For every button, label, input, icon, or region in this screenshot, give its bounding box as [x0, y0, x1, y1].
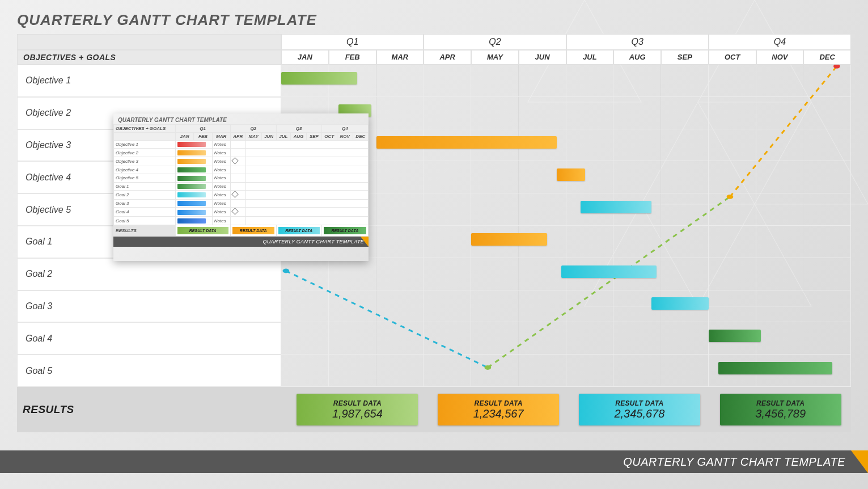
result-value: 3,456,789: [755, 407, 806, 420]
gantt-bar: [561, 265, 657, 278]
result-caption: RESULT DATA: [333, 399, 382, 407]
quarter-header-row: Q1 Q2 Q3 Q4: [17, 34, 851, 50]
month-mar: MAR: [376, 50, 424, 65]
row-label: Goal 2: [17, 258, 281, 290]
quarter-q3: Q3: [566, 34, 709, 50]
thumbnail-table: OBJECTIVES + GOALS Q1 Q2 Q3 Q4 JANFEBMAR…: [113, 124, 369, 237]
result-card: RESULT DATA1,234,567: [438, 394, 559, 425]
footer-bar: QUARTERLY GANTT CHART TEMPLATE: [0, 450, 868, 473]
gantt-bar: [581, 201, 652, 213]
gantt-bar: [471, 233, 547, 246]
thumbnail-title: QUARTERLY GANTT CHART TEMPLATE: [113, 113, 369, 124]
result-caption: RESULT DATA: [474, 399, 522, 407]
gantt-bar: [709, 330, 761, 342]
month-may: MAY: [471, 50, 519, 65]
result-value: 2,345,678: [614, 407, 664, 420]
row-label: Goal 4: [17, 322, 281, 355]
gantt-bar: [557, 168, 585, 181]
quarter-q1: Q1: [281, 34, 424, 50]
gantt-bar: [376, 136, 557, 149]
month-dec: DEC: [803, 50, 851, 65]
row-label: Goal 3: [17, 290, 281, 323]
thumbnail-footer: QUARTERLY GANTT CHART TEMPLATE: [113, 237, 369, 247]
result-value: 1,987,654: [332, 407, 383, 420]
month-nov: NOV: [756, 50, 804, 65]
gantt-bar: [651, 297, 709, 310]
row-label: Objective 1: [17, 65, 281, 97]
month-jan: JAN: [281, 50, 329, 65]
quarter-q2: Q2: [424, 34, 566, 50]
month-sep: SEP: [661, 50, 709, 65]
objectives-header: OBJECTIVES + GOALS: [17, 50, 281, 65]
month-jul: JUL: [566, 50, 614, 65]
result-card: RESULT DATA3,456,789: [720, 394, 841, 425]
month-oct: OCT: [709, 50, 756, 65]
result-caption: RESULT DATA: [756, 399, 805, 407]
month-apr: APR: [424, 50, 471, 65]
result-card: RESULT DATA2,345,678: [579, 394, 700, 425]
month-jun: JUN: [519, 50, 566, 65]
gantt-bar: [718, 362, 832, 374]
row-label: Goal 5: [17, 355, 281, 387]
result-value: 1,234,567: [473, 407, 524, 420]
month-feb: FEB: [329, 50, 376, 65]
result-card: RESULT DATA1,987,654: [297, 394, 418, 425]
page: QUARTERLY GANTT CHART TEMPLATE Q1 Q2 Q3 …: [0, 0, 868, 489]
results-row: RESULTS RESULT DATA1,987,654RESULT DATA1…: [17, 387, 851, 432]
result-caption: RESULT DATA: [615, 399, 663, 407]
month-header-row: OBJECTIVES + GOALS JANFEBMARAPRMAYJUNJUL…: [17, 50, 851, 65]
results-label: RESULTS: [17, 387, 287, 432]
thumbnail-preview: QUARTERLY GANTT CHART TEMPLATE OBJECTIVE…: [113, 113, 369, 261]
quarter-q4: Q4: [709, 34, 851, 50]
page-title: QUARTERLY GANTT CHART TEMPLATE: [17, 11, 851, 29]
thumbnail-obj-header: OBJECTIVES + GOALS: [114, 125, 176, 133]
footer-text: QUARTERLY GANTT CHART TEMPLATE: [623, 456, 845, 469]
gantt-bar: [281, 72, 357, 85]
month-aug: AUG: [613, 50, 661, 65]
